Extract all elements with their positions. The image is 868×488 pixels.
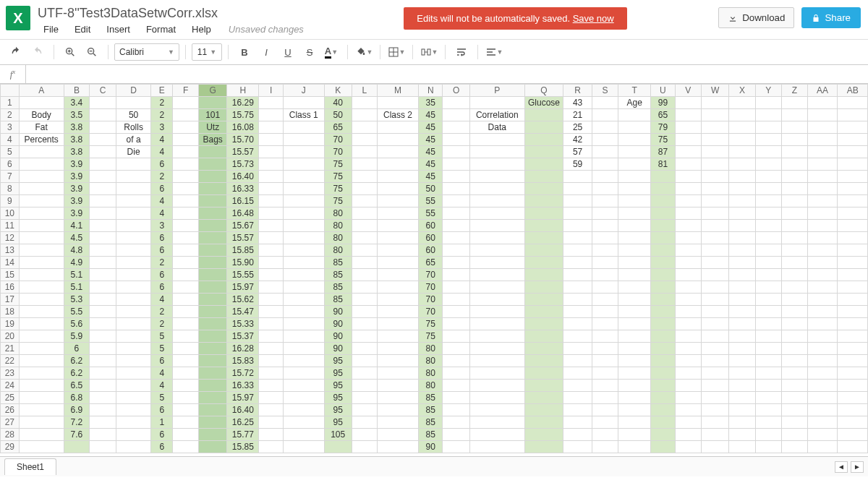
cell-N14[interactable]: 65 bbox=[419, 257, 443, 269]
cell-AA17[interactable] bbox=[807, 294, 837, 306]
cell-C23[interactable] bbox=[90, 367, 116, 380]
cell-M19[interactable] bbox=[377, 318, 418, 330]
cell-C13[interactable] bbox=[90, 244, 116, 257]
cell-R17[interactable] bbox=[563, 294, 592, 306]
cell-V12[interactable] bbox=[675, 232, 701, 244]
cell-Q8[interactable] bbox=[524, 183, 563, 195]
cell-S27[interactable] bbox=[592, 416, 618, 429]
cell-B14[interactable]: 4.9 bbox=[64, 257, 90, 269]
wrap-text-button[interactable] bbox=[451, 43, 472, 61]
cell-F1[interactable] bbox=[173, 97, 199, 109]
cell-J7[interactable] bbox=[283, 171, 324, 183]
cell-W5[interactable] bbox=[701, 146, 728, 158]
cell-R29[interactable] bbox=[563, 441, 592, 453]
cell-V11[interactable] bbox=[675, 220, 701, 232]
cell-K5[interactable]: 70 bbox=[324, 146, 352, 158]
cell-K15[interactable]: 85 bbox=[324, 269, 352, 281]
cell-S9[interactable] bbox=[592, 195, 618, 207]
cell-A11[interactable] bbox=[19, 220, 64, 232]
cell-V28[interactable] bbox=[675, 429, 701, 441]
cell-M5[interactable] bbox=[377, 146, 418, 158]
cell-Z9[interactable] bbox=[781, 195, 807, 207]
column-header-L[interactable]: L bbox=[352, 85, 377, 97]
cell-L6[interactable] bbox=[352, 158, 377, 171]
cell-F16[interactable] bbox=[173, 281, 199, 294]
cell-L18[interactable] bbox=[352, 306, 377, 318]
cell-E1[interactable]: 2 bbox=[151, 97, 173, 109]
cell-J2[interactable]: Class 1 bbox=[283, 109, 324, 121]
cell-P11[interactable] bbox=[469, 220, 524, 232]
cell-L3[interactable] bbox=[352, 121, 377, 134]
cell-H13[interactable]: 15.85 bbox=[227, 244, 259, 257]
cell-V15[interactable] bbox=[675, 269, 701, 281]
cell-I23[interactable] bbox=[259, 367, 283, 380]
cell-E8[interactable]: 6 bbox=[151, 183, 173, 195]
row-header-22[interactable]: 22 bbox=[1, 355, 20, 367]
cell-L21[interactable] bbox=[352, 343, 377, 355]
cell-AA2[interactable] bbox=[807, 109, 837, 121]
cell-Q24[interactable] bbox=[524, 380, 563, 392]
cell-Y5[interactable] bbox=[755, 146, 781, 158]
column-header-K[interactable]: K bbox=[324, 85, 352, 97]
cell-B11[interactable]: 4.1 bbox=[64, 220, 90, 232]
cell-G24[interactable] bbox=[199, 380, 227, 392]
cell-A1[interactable] bbox=[19, 97, 64, 109]
cell-J4[interactable] bbox=[283, 134, 324, 146]
cell-A18[interactable] bbox=[19, 306, 64, 318]
cell-Y17[interactable] bbox=[755, 294, 781, 306]
cell-U2[interactable]: 65 bbox=[651, 109, 675, 121]
cell-P27[interactable] bbox=[469, 416, 524, 429]
cell-O9[interactable] bbox=[443, 195, 469, 207]
cell-H8[interactable]: 16.33 bbox=[227, 183, 259, 195]
cell-T22[interactable] bbox=[618, 355, 651, 367]
cell-M8[interactable] bbox=[377, 183, 418, 195]
column-header-AB[interactable]: AB bbox=[838, 85, 868, 97]
share-button[interactable]: Share bbox=[801, 7, 861, 28]
cell-E28[interactable]: 6 bbox=[151, 429, 173, 441]
cell-G4[interactable]: Bags bbox=[199, 134, 227, 146]
cell-E27[interactable]: 1 bbox=[151, 416, 173, 429]
row-header-13[interactable]: 13 bbox=[1, 244, 20, 257]
cell-K19[interactable]: 90 bbox=[324, 318, 352, 330]
cell-N28[interactable]: 85 bbox=[419, 429, 443, 441]
cell-Q1[interactable]: Glucose bbox=[524, 97, 563, 109]
cell-Y16[interactable] bbox=[755, 281, 781, 294]
cell-C22[interactable] bbox=[90, 355, 116, 367]
cell-P5[interactable] bbox=[469, 146, 524, 158]
cell-H22[interactable]: 15.83 bbox=[227, 355, 259, 367]
row-header-7[interactable]: 7 bbox=[1, 171, 20, 183]
cell-J13[interactable] bbox=[283, 244, 324, 257]
cell-AA6[interactable] bbox=[807, 158, 837, 171]
cell-S29[interactable] bbox=[592, 441, 618, 453]
row-header-14[interactable]: 14 bbox=[1, 257, 20, 269]
cell-A25[interactable] bbox=[19, 392, 64, 404]
cell-Y22[interactable] bbox=[755, 355, 781, 367]
cell-B25[interactable]: 6.8 bbox=[64, 392, 90, 404]
cell-U26[interactable] bbox=[651, 404, 675, 416]
cell-F18[interactable] bbox=[173, 306, 199, 318]
cell-F5[interactable] bbox=[173, 146, 199, 158]
cell-O12[interactable] bbox=[443, 232, 469, 244]
cell-P24[interactable] bbox=[469, 380, 524, 392]
cell-F28[interactable] bbox=[173, 429, 199, 441]
cell-T16[interactable] bbox=[618, 281, 651, 294]
row-header-29[interactable]: 29 bbox=[1, 441, 20, 453]
cell-N4[interactable]: 45 bbox=[419, 134, 443, 146]
merge-cells-button[interactable]: ▼ bbox=[419, 43, 439, 61]
cell-T2[interactable] bbox=[618, 109, 651, 121]
column-header-H[interactable]: H bbox=[227, 85, 259, 97]
cell-H15[interactable]: 15.55 bbox=[227, 269, 259, 281]
cell-H16[interactable]: 15.97 bbox=[227, 281, 259, 294]
cell-AB9[interactable] bbox=[838, 195, 868, 207]
cell-N16[interactable]: 70 bbox=[419, 281, 443, 294]
cell-H24[interactable]: 16.33 bbox=[227, 380, 259, 392]
cell-V6[interactable] bbox=[675, 158, 701, 171]
cell-H27[interactable]: 16.25 bbox=[227, 416, 259, 429]
cell-Y6[interactable] bbox=[755, 158, 781, 171]
cell-F20[interactable] bbox=[173, 330, 199, 343]
undo-button[interactable] bbox=[6, 43, 26, 61]
cell-E6[interactable]: 6 bbox=[151, 158, 173, 171]
cell-K23[interactable]: 95 bbox=[324, 367, 352, 380]
cell-U13[interactable] bbox=[651, 244, 675, 257]
cell-Y8[interactable] bbox=[755, 183, 781, 195]
